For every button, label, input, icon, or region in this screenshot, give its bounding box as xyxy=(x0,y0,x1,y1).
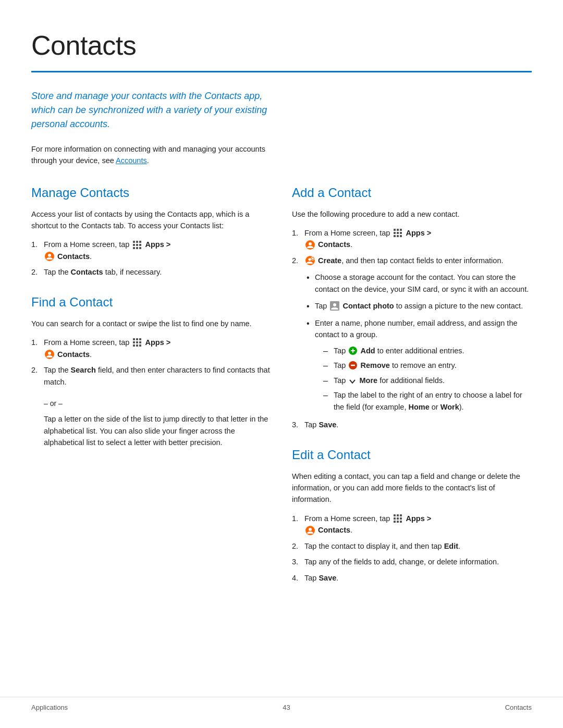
svg-rect-30 xyxy=(400,235,402,237)
svg-rect-2 xyxy=(139,241,141,243)
svg-rect-49 xyxy=(397,517,399,520)
edit-contact-steps: 1. From a Home screen, tap xyxy=(292,513,532,584)
right-column: Add a Contact Use the following procedur… xyxy=(292,183,532,697)
search-label: Search xyxy=(71,366,96,374)
dash-item: Tap More for additional fields. xyxy=(323,375,532,386)
svg-rect-53 xyxy=(400,521,402,523)
step-number: 1. xyxy=(31,337,38,348)
bullet-item: Choose a storage account for the contact… xyxy=(304,272,532,295)
find-contact-heading: Find a Contact xyxy=(31,293,271,312)
svg-rect-8 xyxy=(139,247,141,249)
step-number: 3. xyxy=(292,556,298,567)
edit-step-1: 1. From a Home screen, tap xyxy=(292,513,532,536)
step-number: 2. xyxy=(292,540,298,552)
apps-icon xyxy=(393,228,402,238)
edit-step-2: 2. Tap the contact to display it, and th… xyxy=(292,540,532,552)
create-label: Create xyxy=(318,256,341,265)
create-icon xyxy=(305,256,315,265)
or-divider: – or – xyxy=(44,398,271,409)
svg-rect-25 xyxy=(394,232,396,234)
bullet-item: Enter a name, phone number, email addres… xyxy=(304,317,532,413)
svg-point-34 xyxy=(309,258,311,261)
step-number: 2. xyxy=(292,255,298,266)
dash-item: Tap the label to the right of an entry t… xyxy=(323,389,532,413)
remove-label: Remove xyxy=(360,361,389,369)
more-chevron-icon xyxy=(349,377,356,384)
step-number: 3. xyxy=(292,419,298,430)
apps-icon xyxy=(393,514,402,523)
contact-photo-icon xyxy=(330,301,339,311)
svg-rect-46 xyxy=(397,514,399,516)
intro-para: For more information on connecting with … xyxy=(31,144,271,167)
intro-italic: Store and manage your contacts with the … xyxy=(31,89,271,131)
svg-rect-29 xyxy=(397,235,399,237)
contacts-label: Contacts xyxy=(318,526,350,534)
manage-contacts-section: Manage Contacts Access your list of cont… xyxy=(31,183,271,278)
dash-item: Tap Add to enter xyxy=(323,345,532,356)
edit-step-3: 3. Tap any of the fields to add, change,… xyxy=(292,556,532,567)
more-label: More xyxy=(359,376,377,385)
svg-rect-51 xyxy=(394,521,396,523)
dash-items: Tap Add to enter xyxy=(323,345,532,413)
left-column: Manage Contacts Access your list of cont… xyxy=(31,183,271,697)
remove-icon xyxy=(349,361,357,369)
add-label: Add xyxy=(360,347,375,355)
svg-rect-15 xyxy=(136,341,138,343)
svg-rect-24 xyxy=(400,229,402,231)
home-label: Home xyxy=(408,403,429,411)
edit-contact-section: Edit a Contact When editing a contact, y… xyxy=(292,446,532,584)
svg-rect-48 xyxy=(394,517,396,520)
page-title: Contacts xyxy=(31,25,532,66)
contacts-label: Contacts xyxy=(318,240,350,249)
title-divider xyxy=(31,71,532,72)
find-step-1: 1. From a Home screen, tap xyxy=(31,337,271,360)
step-number: 1. xyxy=(292,227,298,239)
accounts-link[interactable]: Accounts xyxy=(116,156,147,165)
svg-point-55 xyxy=(309,528,312,531)
edit-contact-heading: Edit a Contact xyxy=(292,446,532,464)
page: Contacts Store and manage your contacts … xyxy=(0,0,563,728)
add-contact-steps: 1. From a Home screen, tap xyxy=(292,227,532,431)
edit-label: Edit xyxy=(444,542,458,550)
svg-rect-13 xyxy=(139,338,141,340)
apps-icon xyxy=(132,338,142,347)
find-contact-para: You can search for a contact or swipe th… xyxy=(31,318,271,329)
contacts-app-icon xyxy=(305,526,315,535)
contacts-label: Contacts xyxy=(57,252,90,261)
contacts-app-icon xyxy=(305,240,315,250)
svg-rect-1 xyxy=(136,241,138,243)
save-label-2: Save xyxy=(319,574,336,582)
svg-rect-14 xyxy=(133,341,135,343)
manage-step-2: 2. Tap the Contacts tab, if necessary. xyxy=(31,266,271,278)
add-plus-icon xyxy=(349,347,357,355)
add-step-3: 3. Tap Save. xyxy=(292,419,532,430)
bullet-item: Tap Contact photo to assign a picture to… xyxy=(304,300,532,312)
add-contact-heading: Add a Contact xyxy=(292,183,532,202)
contact-photo-label: Contact photo xyxy=(342,302,394,310)
step-number: 2. xyxy=(31,364,38,376)
step-number: 4. xyxy=(292,572,298,584)
svg-rect-0 xyxy=(133,241,135,243)
find-contact-or-para: Tap a letter on the side of the list to … xyxy=(31,413,271,448)
step-number: 2. xyxy=(31,266,38,278)
svg-rect-7 xyxy=(136,247,138,249)
svg-rect-17 xyxy=(133,344,135,347)
add-bullets: Choose a storage account for the contact… xyxy=(304,272,532,413)
work-label: Work xyxy=(440,403,459,411)
contacts-tab-label: Contacts xyxy=(71,268,103,276)
svg-rect-19 xyxy=(139,344,141,347)
svg-point-10 xyxy=(48,254,51,257)
svg-rect-27 xyxy=(400,232,402,234)
manage-contacts-para: Access your list of contacts by using th… xyxy=(31,208,271,232)
svg-rect-18 xyxy=(136,344,138,347)
svg-rect-23 xyxy=(397,229,399,231)
svg-rect-45 xyxy=(394,514,396,516)
find-step-2: 2. Tap the Search field, and then enter … xyxy=(31,364,271,388)
footer-right: Contacts xyxy=(505,702,532,713)
manage-contacts-heading: Manage Contacts xyxy=(31,183,271,202)
svg-rect-26 xyxy=(397,232,399,234)
add-step-2: 2. Create, and th xyxy=(292,255,532,413)
svg-point-21 xyxy=(48,352,51,355)
contacts-app-icon xyxy=(45,350,54,359)
manage-step-1: 1. From a Home screen, tap xyxy=(31,239,271,262)
